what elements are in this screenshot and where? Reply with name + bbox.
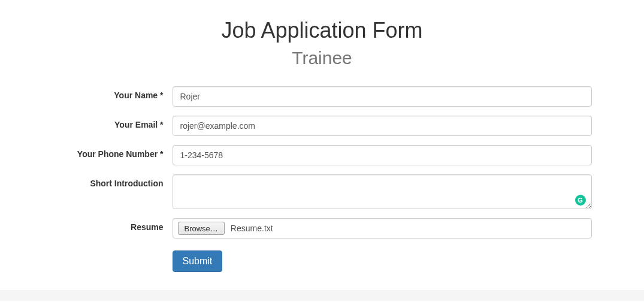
form-group-name: Your Name * <box>53 86 592 107</box>
form-container: Job Application Form Trainee Your Name *… <box>35 0 610 290</box>
email-input[interactable] <box>173 116 592 136</box>
form-group-intro: Short Introduction G <box>53 174 592 209</box>
resume-file-name: Resume.txt <box>231 224 273 233</box>
intro-label: Short Introduction <box>53 174 173 188</box>
submit-button[interactable]: Submit <box>173 250 223 272</box>
name-input[interactable] <box>173 86 592 107</box>
browse-button[interactable]: Browse… <box>178 222 225 235</box>
page-subtitle: Trainee <box>53 48 592 68</box>
phone-label: Your Phone Number * <box>53 145 173 159</box>
form-group-phone: Your Phone Number * <box>53 145 592 165</box>
form-group-email: Your Email * <box>53 116 592 136</box>
footer-strip <box>0 290 644 301</box>
email-label: Your Email * <box>53 116 173 129</box>
resume-label: Resume <box>53 218 173 232</box>
submit-row: Submit <box>173 250 592 272</box>
page-title: Job Application Form <box>53 18 592 43</box>
form-group-resume: Resume Browse… Resume.txt <box>53 218 592 238</box>
name-label: Your Name * <box>53 86 173 100</box>
resume-file-control[interactable]: Browse… Resume.txt <box>173 218 592 238</box>
phone-input[interactable] <box>173 145 592 165</box>
intro-textarea[interactable] <box>173 174 592 209</box>
